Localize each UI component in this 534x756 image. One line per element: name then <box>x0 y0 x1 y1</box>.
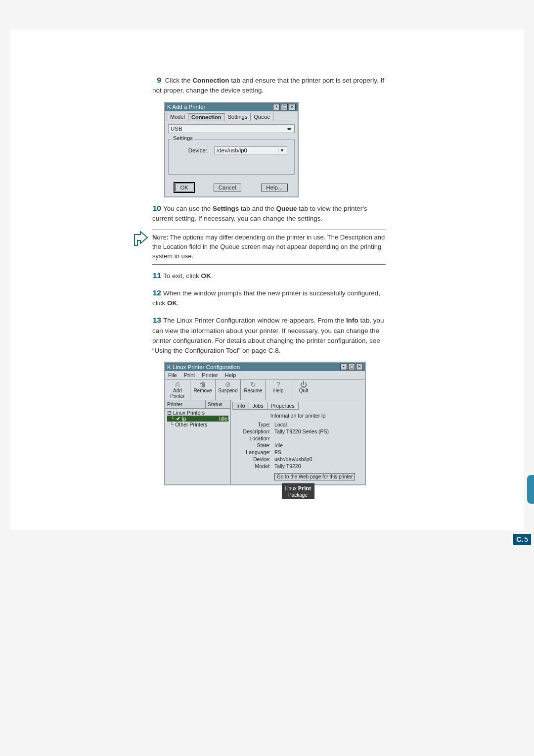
step-12: 12When the window prompts that the new p… <box>152 287 386 309</box>
add-printer-button[interactable]: ⎙Add Printer <box>165 379 190 400</box>
menubar: File Print Printer Help <box>165 371 365 379</box>
app-k-icon: K <box>167 364 173 370</box>
maximize-icon[interactable]: ▢ <box>348 364 355 370</box>
step-number: 13 <box>152 314 161 326</box>
step-number: 12 <box>152 287 161 298</box>
tree-label: lp <box>182 416 186 422</box>
logo-text: Print <box>298 485 312 492</box>
play-icon: ↻ <box>241 381 266 388</box>
toolbar-label: Quit <box>299 388 308 393</box>
tree-root[interactable]: ⊟ Linux Printers <box>167 410 228 416</box>
remove-button[interactable]: 🗑Remove <box>190 379 216 400</box>
info-key: Model: <box>235 463 270 469</box>
step-bold: Queue <box>276 205 297 212</box>
info-header: Information for printer lp <box>235 413 361 419</box>
dialog-title: Linux Printer Configuration <box>173 364 240 370</box>
tree-item-lp[interactable]: └ ✔ lp Idle <box>167 416 228 422</box>
exit-icon: ⏻ <box>291 381 316 388</box>
info-key: Type: <box>235 422 270 427</box>
dialog-tabs: Model Connection Settings Queue <box>167 113 296 121</box>
step-13: 13The Linux Printer Configuration window… <box>152 314 386 356</box>
menu-print[interactable]: Print <box>184 372 195 378</box>
tab-queue[interactable]: Queue <box>250 113 273 121</box>
minimize-icon[interactable]: • <box>340 364 347 370</box>
tab-info[interactable]: Info <box>232 402 249 410</box>
step-number: 10 <box>152 202 161 214</box>
trash-icon: 🗑 <box>190 381 215 388</box>
tree-other[interactable]: └ Other Printers <box>167 422 228 427</box>
printer-icon: ⎙ <box>165 381 190 388</box>
step-bold: Settings <box>213 205 239 212</box>
tab-model[interactable]: Model <box>167 113 188 121</box>
note-arrow-icon <box>133 231 149 247</box>
suspend-button[interactable]: ⊘Suspend <box>216 379 241 400</box>
toolbar-label: Help <box>273 388 284 393</box>
tree-label: Other Printers <box>175 422 207 427</box>
menu-printer[interactable]: Printer <box>202 372 218 378</box>
step-text: To exit, click <box>163 272 201 280</box>
maximize-icon[interactable]: ▢ <box>281 104 288 110</box>
chevron-down-icon[interactable]: ▼ <box>278 148 286 153</box>
note-block: Note: The options may differ depending o… <box>133 230 386 265</box>
step-bold: Connection <box>192 77 229 84</box>
tab-jobs[interactable]: Jobs <box>249 402 267 410</box>
col-status: Status <box>206 400 230 408</box>
device-combo[interactable]: /dev/usb/lp0 ▼ <box>214 146 287 154</box>
help-button[interactable]: ?Help <box>266 379 291 400</box>
linux-print-logo: Linux PrintPackage <box>282 483 314 499</box>
step-text: tab and the <box>239 205 276 212</box>
minimize-icon[interactable]: • <box>273 104 280 110</box>
step-text: The Linux Printer Configuration window r… <box>163 317 346 324</box>
cancel-button[interactable]: Cancel <box>214 184 241 191</box>
step-bold: OK <box>201 272 211 280</box>
tab-settings[interactable]: Settings <box>224 113 251 121</box>
settings-fieldset: Settings Device: /dev/usb/lp0 ▼ <box>168 139 295 175</box>
step-10: 10You can use the Settings tab and the Q… <box>152 202 386 224</box>
port-value: USB <box>171 126 182 132</box>
help-button[interactable]: Help... <box>261 184 287 191</box>
info-value: PS <box>274 449 281 455</box>
col-printer: Printer <box>165 400 206 408</box>
menu-file[interactable]: File <box>168 372 177 378</box>
step-text: Click the <box>165 77 193 84</box>
info-value: Idle <box>274 442 283 448</box>
info-value: Local <box>274 422 287 427</box>
spinner-icon[interactable]: ◂▸ <box>286 126 292 131</box>
logo-text: Package <box>288 492 308 498</box>
tab-properties[interactable]: Properties <box>267 402 299 410</box>
step-bold: OK <box>167 299 177 307</box>
step-number: 11 <box>152 270 161 281</box>
info-key: Location: <box>235 435 270 441</box>
close-icon[interactable]: ✕ <box>289 104 296 110</box>
add-printer-dialog: K Add a Printer • ▢ ✕ Model Connection S… <box>164 102 299 197</box>
quit-button[interactable]: ⏻Quit <box>291 379 316 400</box>
toolbar-label: Add Printer <box>170 388 184 399</box>
menu-help[interactable]: Help <box>225 372 236 378</box>
step-text: . <box>177 299 179 307</box>
tab-connection[interactable]: Connection <box>188 113 225 121</box>
tree-status: Idle <box>219 416 227 422</box>
page-prefix: C. <box>516 535 523 543</box>
device-value: /dev/usb/lp0 <box>217 147 247 153</box>
close-icon[interactable]: ✕ <box>356 364 363 370</box>
device-label: Device: <box>173 147 207 153</box>
app-k-icon: K <box>167 104 172 110</box>
port-select[interactable]: USB ◂▸ <box>168 124 295 133</box>
appendix-badge: C <box>527 475 534 504</box>
resume-button[interactable]: ↻Resume <box>241 379 266 400</box>
ok-button[interactable]: OK <box>175 184 193 191</box>
toolbar-label: Suspend <box>218 388 237 393</box>
page-number: C.5 <box>513 534 531 545</box>
info-key: Description: <box>235 428 270 434</box>
info-key: Language: <box>235 449 270 455</box>
step-number: 9 <box>152 74 161 86</box>
go-to-web-button[interactable]: Go to the Web page for this printer <box>274 473 355 480</box>
note-label: Note: <box>152 234 168 241</box>
toolbar-label: Resume <box>244 388 262 393</box>
step-11: 11To exit, click OK. <box>152 270 386 281</box>
fieldset-legend: Settings <box>172 135 194 141</box>
note-text: The options may differ depending on the … <box>152 234 385 260</box>
step-text: You can use the <box>163 205 213 212</box>
step-text: . <box>211 272 213 280</box>
dialog-titlebar: K Add a Printer • ▢ ✕ <box>165 103 298 111</box>
